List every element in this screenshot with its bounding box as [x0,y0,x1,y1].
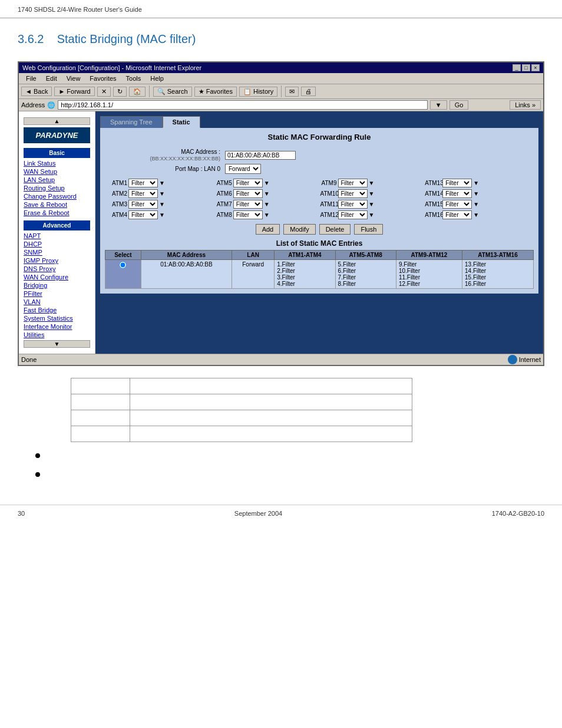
sidebar-item-system-statistics[interactable]: System Statistics [19,314,95,322]
sidebar-item-routing-setup[interactable]: Routing Setup [19,184,95,192]
atm13-select[interactable]: FilterForward [442,179,472,187]
scroll-down-arrow[interactable]: ▼ [24,340,90,348]
sidebar-item-snmp[interactable]: SNMP [19,248,95,256]
atm9-cell: ATM9 FilterForward ▼ [320,179,424,187]
sidebar: ▲ PARADYNE Basic Link Status WAN Setup L… [19,111,95,354]
maximize-button[interactable]: □ [522,64,530,71]
atm4-select[interactable]: FilterForward [128,210,158,219]
desc-row-1 [71,378,412,394]
sidebar-item-wan-setup[interactable]: WAN Setup [19,167,95,176]
atm5-arrow: ▼ [264,180,270,186]
address-input[interactable] [58,100,427,110]
advanced-section-btn[interactable]: Advanced [24,220,90,230]
atm9-select[interactable]: FilterForward [338,179,368,187]
tabs-row: Spanning Tree Static [100,116,538,128]
atm10-select[interactable]: FilterForward [338,189,368,198]
minimize-button[interactable]: _ [513,64,521,71]
go-label-button[interactable]: Go [449,100,469,110]
description-table [71,378,412,442]
browser-content: ▲ PARADYNE Basic Link Status WAN Setup L… [19,111,543,354]
row-lan-cell: Forward [232,260,274,289]
atm16-select[interactable]: FilterForward [442,210,472,219]
sidebar-item-save-reboot[interactable]: Save & Reboot [19,200,95,209]
sidebar-item-lan-setup[interactable]: LAN Setup [19,176,95,184]
atm14-select[interactable]: FilterForward [442,189,472,198]
sidebar-item-erase-reboot[interactable]: Erase & Reboot [19,209,95,217]
atm12-select[interactable]: FilterForward [338,210,368,219]
port-map-select-cell: Forward Filter [223,163,534,175]
flush-button[interactable]: Flush [354,224,383,235]
print-button[interactable]: 🖨 [301,87,316,96]
atm3-select[interactable]: FilterForward [128,200,158,209]
stop-button[interactable]: ✕ [97,87,111,97]
desc-row-2 [71,394,412,410]
atm15-select[interactable]: FilterForward [442,200,472,209]
back-button[interactable]: ◄ Back [21,87,52,96]
refresh-button[interactable]: ↻ [113,87,127,97]
tab-spanning-tree[interactable]: Spanning Tree [100,116,163,128]
row-radio[interactable] [119,261,127,269]
status-bar: Done Internet [19,354,543,365]
footer-date: September 2004 [234,510,282,517]
search-button[interactable]: 🔍 Search [153,87,192,97]
atm6-cell: ATM6 FilterForward ▼ [216,189,319,198]
menu-tools[interactable]: Tools [121,74,146,83]
mail-button[interactable]: ✉ [285,87,299,97]
atm1-select[interactable]: FilterForward [128,179,158,187]
go-button[interactable]: ▼ [430,100,447,110]
menu-view[interactable]: View [62,74,85,83]
mac-input-cell [223,147,534,163]
sidebar-item-fast-bridge[interactable]: Fast Bridge [19,306,95,314]
atm9-arrow: ▼ [369,180,375,186]
atm6-select[interactable]: FilterForward [233,189,263,198]
internet-indicator: Internet [508,355,541,364]
toolbar-sep2 [281,85,282,97]
atm5-select[interactable]: FilterForward [233,179,263,187]
sidebar-item-change-password[interactable]: Change Password [19,192,95,200]
menu-edit[interactable]: Edit [41,74,62,83]
sidebar-item-dns-proxy[interactable]: DNS Proxy [19,265,95,273]
row-select-cell[interactable] [105,260,141,289]
sidebar-item-dhcp[interactable]: DHCP [19,240,95,248]
sidebar-item-interface-monitor[interactable]: Interface Monitor [19,322,95,331]
menu-help[interactable]: Help [146,74,168,83]
modify-button[interactable]: Modify [283,224,315,235]
atm6-arrow: ▼ [264,190,270,197]
atm2-select[interactable]: FilterForward [128,189,158,198]
atm8-select[interactable]: FilterForward [233,210,263,219]
scroll-up-arrow[interactable]: ▲ [24,117,90,125]
bullet-dot-1 [35,453,40,458]
sidebar-item-igmp-proxy[interactable]: IGMP Proxy [19,256,95,265]
sidebar-item-link-status[interactable]: Link Status [19,159,95,167]
close-button[interactable]: × [531,64,540,71]
sidebar-item-bridging[interactable]: Bridging [19,281,95,289]
row-atm9-12-cell: 9.Filter 10.Filter 11.Filter 12.Filter [396,260,462,289]
menu-favorites[interactable]: Favorites [85,74,121,83]
menu-file[interactable]: File [21,74,41,83]
home-button[interactable]: 🏠 [129,87,146,97]
sidebar-item-utilities[interactable]: Utilities [19,331,95,339]
port-map-select[interactable]: Forward Filter [225,164,261,174]
mac-address-input[interactable] [225,151,296,160]
basic-section-btn[interactable]: Basic [24,148,90,158]
browser-address-bar: Address 🌐 ▼ Go Links » [19,99,543,111]
atm14-cell: ATM14 FilterForward ▼ [425,189,528,198]
sidebar-item-wan-configure[interactable]: WAN Configure [19,273,95,281]
delete-button[interactable]: Delete [319,224,351,235]
atm11-select[interactable]: FilterForward [338,200,368,209]
links-button[interactable]: Links » [510,100,541,110]
browser-menubar: File Edit View Favorites Tools Help [19,73,543,84]
sidebar-item-napt[interactable]: NAPT [19,232,95,240]
header-text: 1740 SHDSL 2/4-Wire Router User's Guide [18,6,142,13]
sidebar-item-pfilter[interactable]: PFilter [19,289,95,298]
row-mac-cell: 01:AB:00:AB:A0:BB [141,260,232,289]
atm3-cell: ATM3 FilterForward ▼ [111,200,214,209]
sidebar-item-vlan[interactable]: VLAN [19,298,95,306]
atm7-select[interactable]: FilterForward [233,200,263,209]
add-button[interactable]: Add [256,224,280,235]
forward-button[interactable]: ► Forward [54,87,94,96]
favorites-button[interactable]: ★ Favorites [194,87,237,97]
bullet-item-2 [35,470,544,481]
tab-static[interactable]: Static [163,116,200,128]
history-button[interactable]: 📋 History [239,87,277,97]
